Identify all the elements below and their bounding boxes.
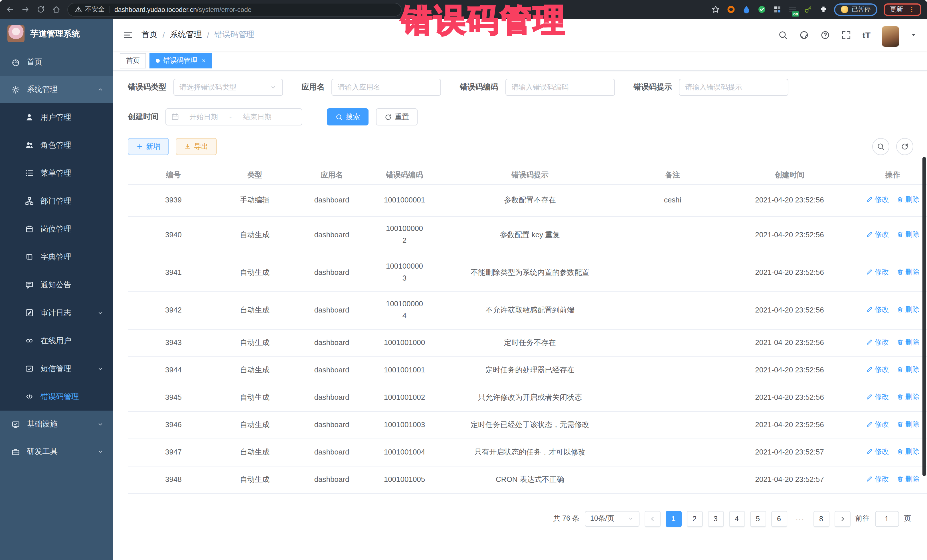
filter-input-3[interactable]	[679, 79, 789, 96]
page-button-6[interactable]: 6	[771, 511, 787, 527]
delete-link[interactable]: 删除	[897, 304, 919, 315]
sidebar-subitem-8[interactable]: 在线用户	[0, 327, 113, 355]
font-size-icon[interactable]: tT	[863, 30, 871, 39]
security-warning[interactable]: 不安全	[75, 5, 105, 14]
filter-label-2: 错误码编码	[460, 82, 498, 93]
sidebar-subitem-10[interactable]: 错误码管理	[0, 382, 113, 411]
fullscreen-icon[interactable]	[842, 30, 851, 39]
filter-input-2[interactable]	[505, 79, 615, 96]
chevron-down-icon[interactable]	[910, 32, 917, 38]
sidebar-item-0[interactable]: 首页	[0, 49, 113, 76]
add-button[interactable]: 新增	[128, 138, 169, 155]
page-size-select[interactable]: 10条/页	[584, 511, 639, 527]
address-bar[interactable]: 不安全 dashboard.yudao.iocoder.cn/system/er…	[67, 3, 401, 16]
tab-首页[interactable]: 首页	[120, 53, 146, 68]
edit-link[interactable]: 修改	[866, 446, 889, 457]
prev-page-button[interactable]	[644, 511, 660, 527]
edit-link[interactable]: 修改	[866, 304, 889, 315]
sidebar-item-2[interactable]: 基础设施	[0, 411, 113, 438]
refresh-table-button[interactable]	[896, 138, 913, 155]
hamburger-icon[interactable]	[123, 30, 133, 39]
ext-switch-icon[interactable]: on	[788, 5, 797, 14]
sidebar-subitem-6[interactable]: 通知公告	[0, 271, 113, 299]
page-button-8[interactable]: 8	[813, 511, 829, 527]
scrollbar-thumb[interactable]	[922, 157, 926, 476]
ext-grid-icon[interactable]	[772, 5, 781, 14]
avatar[interactable]	[882, 26, 899, 47]
next-page-button[interactable]	[834, 511, 850, 527]
app-logo-row[interactable]: 芋道管理系统	[0, 19, 113, 49]
sidebar-subitem-7[interactable]: 审计日志	[0, 299, 113, 327]
cell-id: 3947	[128, 439, 219, 466]
page-ellipsis[interactable]: ···	[792, 511, 808, 527]
page-button-5[interactable]: 5	[750, 511, 766, 527]
delete-link[interactable]: 删除	[897, 446, 919, 457]
delete-link[interactable]: 删除	[897, 364, 919, 375]
menu-dots-icon[interactable]: ⋮	[908, 5, 915, 14]
edit-link[interactable]: 修改	[866, 473, 889, 484]
export-button[interactable]: 导出	[176, 138, 217, 155]
page-button-2[interactable]: 2	[687, 511, 702, 527]
sidebar-subitem-9[interactable]: 短信管理	[0, 355, 113, 382]
date-range-picker[interactable]: -	[166, 108, 302, 126]
ext-key-icon[interactable]	[803, 5, 812, 14]
sidebar-item-1[interactable]: 系统管理	[0, 76, 113, 103]
ext-orange-ring-icon[interactable]	[726, 5, 736, 14]
sidebar-subitem-1[interactable]: 角色管理	[0, 131, 113, 159]
edit-link[interactable]: 修改	[866, 391, 889, 402]
delete-link[interactable]: 删除	[897, 473, 919, 484]
sidebar-subitem-5[interactable]: 字典管理	[0, 243, 113, 271]
github-icon[interactable]	[799, 30, 809, 39]
breadcrumb-item[interactable]: 首页	[141, 30, 158, 40]
refresh-icon[interactable]	[36, 5, 45, 14]
edit-link[interactable]: 修改	[866, 194, 889, 205]
sidebar-subitem-4[interactable]: 岗位管理	[0, 215, 113, 243]
page-button-3[interactable]: 3	[708, 511, 723, 527]
page-button-4[interactable]: 4	[729, 511, 745, 527]
bookmark-star-icon[interactable]	[711, 5, 720, 14]
cell-remark	[624, 329, 721, 357]
tab-错误码管理[interactable]: 错误码管理 ×	[149, 53, 212, 68]
reset-button[interactable]: 重置	[376, 108, 418, 126]
cell-actions: 修改 删除	[858, 184, 927, 216]
edit-link[interactable]: 修改	[866, 364, 889, 375]
filter-select-0[interactable]: 请选择错误码类型	[173, 79, 283, 96]
ext-puzzle-icon[interactable]	[819, 5, 828, 14]
home-icon[interactable]	[52, 5, 61, 14]
sidebar-item-3[interactable]: 研发工具	[0, 438, 113, 465]
close-tab-icon[interactable]: ×	[202, 57, 206, 64]
sidebar-subitem-3[interactable]: 部门管理	[0, 187, 113, 215]
search-icon[interactable]	[778, 30, 788, 39]
breadcrumb-item[interactable]: 系统管理	[170, 30, 202, 40]
edit-link[interactable]: 修改	[866, 418, 889, 430]
ext-blue-gem-icon[interactable]	[742, 5, 751, 14]
table-row: 3945 自动生成 dashboard 1001001002 只允许修改为开启或…	[128, 384, 927, 411]
edit-link[interactable]: 修改	[866, 336, 889, 348]
delete-link[interactable]: 删除	[897, 266, 919, 278]
forward-icon[interactable]	[21, 5, 30, 14]
start-date-input[interactable]	[181, 113, 226, 121]
delete-link[interactable]: 删除	[897, 194, 919, 205]
extension-paused-chip[interactable]: 已暂停	[834, 3, 877, 16]
column-header: 错误码提示	[436, 167, 624, 184]
filter-input-1[interactable]	[331, 79, 441, 96]
delete-link[interactable]: 删除	[897, 336, 919, 348]
show-search-toggle-button[interactable]	[872, 138, 889, 155]
delete-link[interactable]: 删除	[897, 228, 919, 240]
help-icon[interactable]	[820, 30, 830, 39]
browser-update-button[interactable]: 更新 ⋮	[884, 3, 921, 16]
search-button[interactable]: 搜索	[327, 108, 369, 126]
sidebar-subitem-0[interactable]: 用户管理	[0, 103, 113, 131]
back-icon[interactable]	[6, 5, 14, 14]
ext-green-check-icon[interactable]	[757, 5, 766, 14]
edit-link[interactable]: 修改	[866, 228, 889, 240]
user-icon	[25, 113, 33, 121]
delete-link[interactable]: 删除	[897, 418, 919, 430]
page-button-1[interactable]: 1	[666, 511, 681, 527]
goto-page-input[interactable]	[875, 511, 899, 527]
end-date-input[interactable]	[235, 113, 280, 121]
sidebar-subitem-2[interactable]: 菜单管理	[0, 159, 113, 187]
edit-link[interactable]: 修改	[866, 266, 889, 278]
cell-id: 3945	[128, 384, 219, 411]
delete-link[interactable]: 删除	[897, 391, 919, 402]
